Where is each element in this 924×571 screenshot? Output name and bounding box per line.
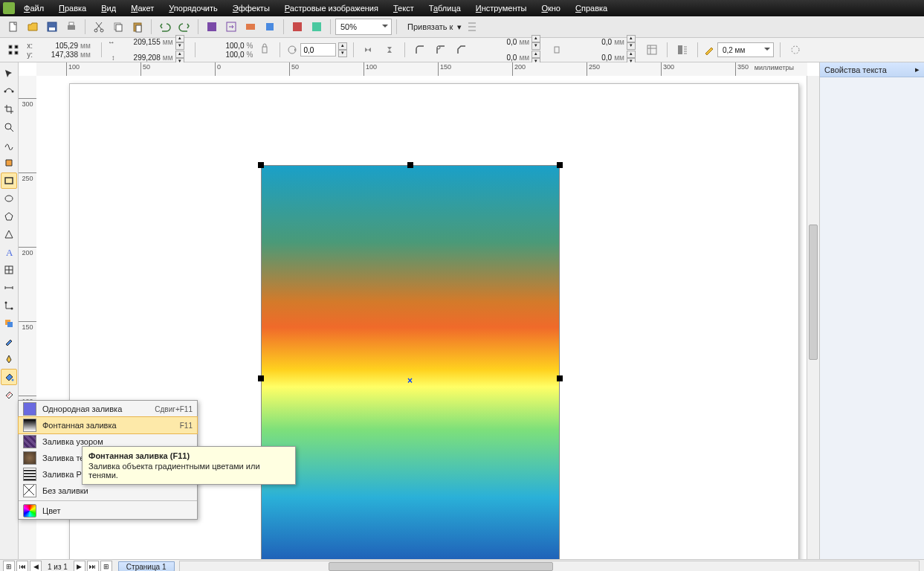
menu-effects[interactable]: Эффекты (227, 2, 276, 14)
uniform-fill-item[interactable]: Однородная заливка Сдвиг+F11 (19, 401, 197, 417)
selected-rectangle[interactable]: × (261, 165, 560, 559)
svg-rect-14 (266, 23, 274, 30)
menu-view[interactable]: Вид (95, 2, 122, 14)
print-button[interactable] (62, 18, 80, 36)
text-properties-panel-title[interactable]: Свойства текста ▸ (820, 62, 924, 77)
menu-file[interactable]: ФФайлайл (18, 2, 50, 14)
menu-bitmaps[interactable]: Растровые изображения (279, 2, 384, 14)
paste-button[interactable] (129, 18, 146, 36)
wrap-text-button[interactable] (673, 41, 691, 59)
menu-edit[interactable]: Правка (53, 2, 92, 14)
shape-tool[interactable] (1, 83, 17, 100)
redo-button[interactable] (175, 18, 193, 36)
mirror-v-button[interactable] (381, 41, 398, 59)
height-value[interactable]: 299,208 (117, 54, 161, 62)
smart-fill-tool[interactable] (1, 155, 17, 171)
no-fill-item[interactable]: Без заливки (19, 483, 197, 499)
first-page-button[interactable]: ⏮ (16, 561, 28, 571)
rotation-input[interactable] (300, 43, 336, 57)
freehand-tool[interactable] (1, 137, 17, 153)
table-tool[interactable] (1, 262, 17, 278)
menu-text[interactable]: Текст (387, 2, 420, 14)
panel-toggle-icon[interactable]: ▸ (915, 65, 920, 74)
polygon-tool[interactable] (1, 208, 17, 225)
width-spinner[interactable]: ▴▾ (175, 35, 184, 50)
fill-tool[interactable] (1, 369, 17, 385)
rotation-spinner[interactable]: ▴▾ (338, 42, 347, 57)
outline-tool[interactable] (1, 351, 17, 367)
app2-button[interactable] (308, 18, 326, 36)
cut-button[interactable] (90, 18, 108, 36)
relative-corner-button[interactable] (643, 41, 661, 59)
corner-chamfer-button[interactable] (453, 41, 471, 59)
svg-point-29 (12, 91, 14, 93)
side-panel: Свойства текста ▸ (819, 62, 924, 559)
last-page-button[interactable]: ⏭ (87, 561, 99, 571)
y-value[interactable]: 147,338 (35, 51, 78, 59)
vscroll-thumb[interactable] (809, 225, 818, 360)
outline-width-select[interactable]: 0,2 мм (717, 42, 774, 57)
import-button[interactable] (203, 18, 221, 36)
fountain-fill-item[interactable]: Фонтанная заливка F11 (18, 416, 198, 434)
app1-button[interactable] (288, 18, 306, 36)
next-page-button[interactable]: ▶ (74, 561, 85, 571)
undo-button[interactable] (156, 18, 174, 36)
connector-tool[interactable] (1, 297, 17, 314)
dimension-tool[interactable] (1, 280, 17, 296)
mirror-h-button[interactable] (360, 41, 378, 59)
eyedropper-tool[interactable] (1, 333, 17, 349)
vertical-scrollbar[interactable] (807, 76, 819, 559)
handle-top-left[interactable] (258, 162, 264, 168)
menu-arrange[interactable]: Упорядочить (163, 2, 223, 14)
corner-lock-button[interactable] (548, 41, 566, 59)
zoom-tool[interactable] (1, 119, 17, 135)
effects-tool[interactable] (1, 315, 17, 332)
to-curves-button[interactable] (786, 41, 804, 59)
interactive-fill-tool[interactable] (1, 387, 17, 403)
corner-br[interactable]: 0,0 (569, 54, 612, 62)
export-button[interactable] (222, 18, 240, 36)
launch-button[interactable] (261, 18, 279, 36)
corner-tr[interactable]: 0,0 (569, 38, 612, 46)
x-value[interactable]: 105,29 (35, 42, 78, 50)
page-tab[interactable]: Страница 1 (118, 561, 175, 572)
corner-bl[interactable]: 0,0 (474, 54, 517, 62)
corner-scallop-button[interactable] (432, 41, 450, 59)
corner-round-button[interactable] (411, 41, 429, 59)
copy-button[interactable] (109, 18, 127, 36)
text-tool[interactable]: A (1, 244, 17, 260)
menu-layout[interactable]: Макет (125, 2, 160, 14)
ellipse-tool[interactable] (1, 190, 17, 207)
lock-ratio-button[interactable] (256, 41, 274, 59)
prev-page-button[interactable]: ◀ (30, 561, 42, 571)
pick-tool[interactable] (1, 65, 17, 82)
corner-tl[interactable]: 0,0 (474, 38, 517, 46)
object-origin-button[interactable] (4, 41, 22, 59)
handle-left[interactable] (258, 375, 264, 381)
hscroll-thumb[interactable] (329, 562, 553, 571)
rectangle-tool[interactable] (1, 172, 17, 189)
scale-x-value[interactable]: 100,0 (201, 42, 245, 50)
add-page-button[interactable]: ⊞ (3, 561, 15, 571)
handle-right[interactable] (557, 375, 563, 381)
horizontal-ruler[interactable]: 100 50 0 50 100 150 200 250 300 350 милл… (36, 62, 807, 77)
handle-top[interactable] (407, 162, 413, 168)
publish-button[interactable] (242, 18, 259, 36)
scale-y-value[interactable]: 100,0 (201, 51, 245, 59)
menu-window[interactable]: Окно (535, 2, 566, 14)
new-button[interactable] (4, 18, 22, 36)
snap-options-button[interactable] (463, 18, 481, 36)
horizontal-scrollbar[interactable] (179, 561, 920, 571)
zoom-select[interactable]: 50% (335, 19, 392, 35)
width-value[interactable]: 209,155 (117, 38, 161, 46)
crop-tool[interactable] (1, 101, 17, 117)
menu-table[interactable]: Таблица (423, 2, 467, 14)
menu-help[interactable]: Справка (569, 2, 613, 14)
save-button[interactable] (43, 18, 61, 36)
handle-top-right[interactable] (557, 162, 563, 168)
open-button[interactable] (24, 18, 42, 36)
menu-tools[interactable]: Инструменты (470, 2, 533, 14)
add-page-after-button[interactable]: ⊞ (100, 561, 112, 571)
color-dialog-item[interactable]: Цвет (19, 503, 197, 519)
basic-shapes-tool[interactable] (1, 226, 17, 242)
